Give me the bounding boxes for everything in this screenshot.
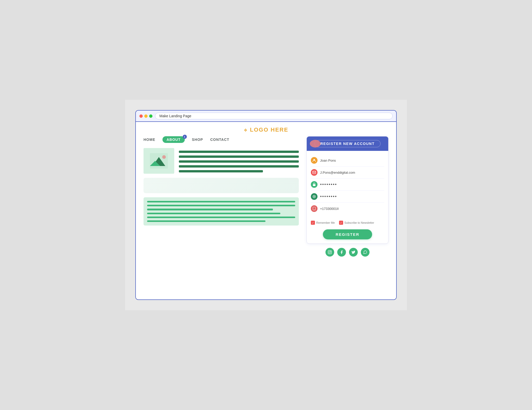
- traffic-lights: [139, 114, 152, 118]
- field-row-password: ••••••••: [311, 179, 384, 191]
- nav-item-contact[interactable]: CONTACT: [210, 138, 229, 142]
- text-line-3: [179, 160, 299, 163]
- minimize-button[interactable]: [144, 114, 148, 118]
- text-line-1: [179, 151, 299, 153]
- text-line-4: [179, 165, 299, 168]
- text-lines: [179, 148, 299, 172]
- block-line-6: [147, 220, 265, 222]
- subscribe-checkbox[interactable]: ✓: [339, 221, 343, 225]
- logo-text: LOGO HERE: [250, 126, 288, 133]
- checkboxes-row: ✓ Remember Me ✓ Subscribe to Newsletter: [307, 218, 388, 227]
- svg-rect-6: [313, 184, 315, 186]
- field-row-phone: +17330001II: [311, 203, 384, 214]
- block-line-4: [147, 213, 280, 214]
- confirm-field[interactable]: ••••••••: [320, 194, 384, 199]
- text-line-5: [179, 170, 263, 172]
- block-line-1: [147, 201, 295, 202]
- email-field[interactable]: J.Pons@enddigital.com: [320, 171, 384, 174]
- user-icon: [311, 157, 318, 164]
- logo-area: ❖ LOGO HERE: [144, 122, 388, 136]
- block-line-2: [147, 205, 295, 206]
- page-content: ❖ LOGO HERE HOME ABOUT 1 SHOP CONTACT: [136, 122, 396, 299]
- social-icons: [325, 248, 370, 257]
- email-icon: [311, 169, 318, 176]
- remember-me-label: Remember Me: [316, 221, 335, 224]
- phone-field[interactable]: +17330001II: [320, 207, 384, 211]
- register-header-title: REGISTER NEW ACCOUNT: [314, 140, 380, 147]
- confirm-lock-icon: [311, 193, 318, 200]
- browser-window: Make Landing Page ❖ LOGO HERE HOME ABOUT: [135, 110, 397, 300]
- mountain-svg: [150, 153, 168, 169]
- text-line-2: [179, 155, 299, 158]
- main-layout: HOME ABOUT 1 SHOP CONTACT: [144, 136, 388, 294]
- block-line-5: [147, 217, 295, 218]
- twitter-icon[interactable]: [349, 248, 358, 257]
- right-side: REGISTER NEW ACCOUNT: [306, 136, 388, 294]
- register-header: REGISTER NEW ACCOUNT: [307, 136, 388, 151]
- header-oval: [310, 140, 321, 148]
- svg-point-11: [329, 251, 331, 253]
- url-text: Make Landing Page: [159, 114, 191, 118]
- facebook-icon[interactable]: [337, 248, 346, 257]
- image-placeholder: [144, 148, 174, 174]
- subscribe-label: Subscribe to Newsletter: [344, 221, 374, 224]
- field-row-name: Joan Pons: [311, 154, 384, 167]
- content-area: [144, 148, 299, 294]
- bottom-block: [144, 197, 299, 226]
- maximize-button[interactable]: [149, 114, 152, 118]
- register-button[interactable]: REGISTER: [323, 229, 372, 239]
- svg-point-8: [314, 196, 315, 197]
- field-row-email: J.Pons@enddigital.com: [311, 167, 384, 179]
- remember-me-checkbox[interactable]: ✓: [311, 221, 315, 225]
- lock-icon: [311, 181, 318, 188]
- name-field[interactable]: Joan Pons: [320, 159, 384, 162]
- register-btn-area: REGISTER: [307, 227, 388, 243]
- instagram-icon[interactable]: [325, 248, 334, 257]
- register-card: REGISTER NEW ACCOUNT: [306, 136, 388, 244]
- left-side: HOME ABOUT 1 SHOP CONTACT: [144, 136, 299, 294]
- svg-point-12: [331, 251, 331, 251]
- nav-item-about[interactable]: ABOUT 1: [162, 136, 185, 143]
- desktop: Make Landing Page ❖ LOGO HERE HOME ABOUT: [125, 100, 407, 310]
- remember-me-item[interactable]: ✓ Remember Me: [311, 221, 335, 225]
- decorative-area: [144, 178, 299, 193]
- svg-rect-10: [328, 250, 331, 254]
- browser-chrome: Make Landing Page: [136, 111, 396, 122]
- svg-point-1: [162, 155, 166, 159]
- nav-item-home[interactable]: HOME: [144, 138, 155, 142]
- svg-point-9: [314, 209, 314, 210]
- image-text-row: [144, 148, 299, 174]
- nav-item-shop[interactable]: SHOP: [192, 138, 203, 142]
- phone-icon: [311, 205, 318, 212]
- password-field[interactable]: ••••••••: [320, 182, 384, 187]
- close-button[interactable]: [139, 114, 143, 118]
- subscribe-item[interactable]: ✓ Subscribe to Newsletter: [339, 221, 374, 225]
- field-row-confirm: ••••••••: [311, 191, 384, 203]
- logo-icon: ❖: [244, 128, 247, 132]
- register-fields: Joan Pons J.Pons@enddigi: [307, 151, 388, 218]
- nav: HOME ABOUT 1 SHOP CONTACT: [144, 136, 299, 143]
- nav-badge: 1: [183, 135, 187, 139]
- whatsapp-icon[interactable]: [361, 248, 370, 257]
- address-bar[interactable]: Make Landing Page: [155, 113, 393, 119]
- svg-rect-5: [313, 171, 316, 174]
- block-line-3: [147, 209, 273, 210]
